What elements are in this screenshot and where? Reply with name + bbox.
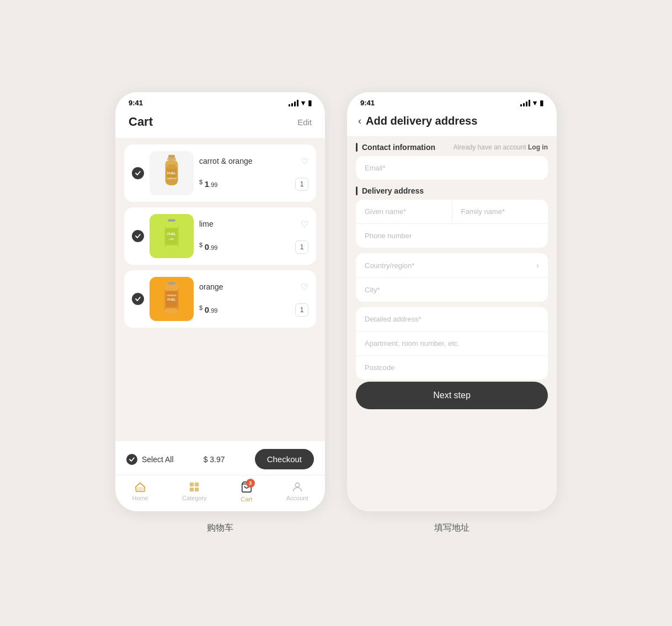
postcode-field[interactable]: Postcode <box>356 356 548 379</box>
country-field[interactable]: Country/region* › <box>356 253 548 278</box>
signal-icon <box>289 100 298 106</box>
contact-section-title: Contact information <box>362 143 435 152</box>
cart-item-orange: ORANGE FUEL orange ♡ $ 0.99 <box>124 270 316 328</box>
cart-footer: Select All $ 3.97 Checkout <box>115 441 325 475</box>
cart-phone: 9:41 ▾ ▮ Cart Edit <box>115 92 325 511</box>
contact-section-bar <box>356 143 358 152</box>
delivery-section: Delivery address Given name* Family name… <box>356 186 548 409</box>
svg-rect-0 <box>168 155 175 158</box>
addr-status-bar: 9:41 ▾ ▮ <box>347 92 557 109</box>
carrot-item-qty[interactable]: 1 <box>295 178 308 191</box>
lime-name-row: lime ♡ <box>199 219 308 229</box>
item-check-lime[interactable] <box>132 230 144 242</box>
email-field[interactable]: Email* <box>356 156 548 180</box>
nav-cart[interactable]: 3 Cart <box>241 481 253 502</box>
name-row: Given name* Family name* <box>356 200 548 224</box>
checkout-button[interactable]: Checkout <box>255 449 314 469</box>
contact-form-card: Email* <box>356 156 548 180</box>
svg-rect-13 <box>168 219 175 221</box>
edit-button[interactable]: Edit <box>297 117 312 127</box>
cart-badge: 3 <box>246 479 255 488</box>
addr-title: Add delivery address <box>366 115 477 127</box>
addr-signal-icon <box>520 100 530 106</box>
delivery-section-title: Delivery address <box>362 186 424 195</box>
svg-text:FUEL: FUEL <box>167 232 176 236</box>
svg-text:LIME: LIME <box>169 238 174 240</box>
city-field[interactable]: City* <box>356 278 548 302</box>
carrot-item-price: $ 1.99 <box>199 179 217 189</box>
orange-can-icon: ORANGE FUEL <box>158 280 185 318</box>
nav-category[interactable]: Category <box>182 481 207 502</box>
cart-item-carrot-orange: FUEL CARROT carrot & orange ♡ $ 1.99 <box>124 145 316 202</box>
cart-label: 购物车 <box>207 522 233 534</box>
svg-rect-1 <box>167 158 176 160</box>
addr-time: 9:41 <box>360 99 375 107</box>
cart-body: FUEL CARROT carrot & orange ♡ $ 1.99 <box>115 138 325 441</box>
svg-rect-21 <box>137 487 144 491</box>
select-all-check[interactable] <box>126 454 137 465</box>
svg-rect-8 <box>164 221 179 228</box>
detailed-address-card: Detailed address* Apartment, room number… <box>356 307 548 379</box>
carrot-item-info: carrot & orange ♡ $ 1.99 1 <box>199 156 308 191</box>
address-phone: 9:41 ▾ ▮ ‹ Add delivery address <box>347 92 557 511</box>
home-icon <box>134 481 146 493</box>
nav-category-label: Category <box>182 495 207 501</box>
address-label: 填写地址 <box>434 522 470 534</box>
select-all-area[interactable]: Select All <box>126 454 174 465</box>
addr-status-icons: ▾ ▮ <box>520 99 543 107</box>
lime-item-name: lime <box>199 220 214 228</box>
back-button[interactable]: ‹ <box>358 115 361 127</box>
lime-item-info: lime ♡ $ 0.99 1 <box>199 219 308 254</box>
addr-body: Contact information Already have an acco… <box>347 136 557 511</box>
lime-item-qty[interactable]: 1 <box>295 240 308 254</box>
carrot-name-row: carrot & orange ♡ <box>199 156 308 167</box>
svg-text:FUEL: FUEL <box>167 171 176 175</box>
contact-section: Contact information Already have an acco… <box>356 143 548 180</box>
carrot-price-row: $ 1.99 1 <box>199 178 308 191</box>
lime-can-icon: FUEL LIME <box>158 217 185 255</box>
orange-heart-button[interactable]: ♡ <box>301 282 308 292</box>
cart-phone-wrapper: 9:41 ▾ ▮ Cart Edit <box>115 92 325 534</box>
item-check-orange[interactable] <box>132 293 144 305</box>
contact-section-header: Contact information Already have an acco… <box>356 143 548 152</box>
svg-rect-16 <box>164 308 179 314</box>
svg-text:CARROT: CARROT <box>167 177 177 180</box>
phone-field[interactable]: Phone number <box>356 224 548 248</box>
cart-header: Cart Edit <box>115 109 325 138</box>
category-icon <box>188 481 200 493</box>
orange-item-qty[interactable]: 1 <box>295 303 308 317</box>
apartment-field[interactable]: Apartment, room number, etc. <box>356 331 548 356</box>
orange-price-row: $ 0.99 1 <box>199 303 308 317</box>
detailed-address-field[interactable]: Detailed address* <box>356 307 548 331</box>
cart-time: 9:41 <box>129 99 143 107</box>
wifi-icon: ▾ <box>301 99 305 107</box>
svg-rect-9 <box>164 245 179 251</box>
given-name-field[interactable]: Given name* <box>356 200 452 224</box>
carrot-bottle-icon: FUEL CARROT <box>158 154 185 192</box>
country-city-card: Country/region* › City* <box>356 253 548 302</box>
svg-rect-24 <box>190 488 194 491</box>
chevron-right-icon: › <box>536 261 539 270</box>
nav-home[interactable]: Home <box>132 481 148 502</box>
svg-point-27 <box>295 483 299 487</box>
orange-item-price: $ 0.99 <box>199 304 217 314</box>
carrot-heart-button[interactable]: ♡ <box>301 156 308 167</box>
lime-heart-button[interactable]: ♡ <box>301 219 308 229</box>
item-check-carrot[interactable] <box>132 167 144 179</box>
orange-item-info: orange ♡ $ 0.99 1 <box>199 282 308 317</box>
item-image-orange: ORANGE FUEL <box>150 277 194 321</box>
svg-text:FUEL: FUEL <box>167 298 176 301</box>
next-step-button[interactable]: Next step <box>356 382 548 409</box>
carrot-item-name: carrot & orange <box>199 157 253 165</box>
item-image-carrot: FUEL CARROT <box>150 151 194 195</box>
bottom-nav: Home Category 3 <box>115 475 325 511</box>
svg-rect-22 <box>190 483 194 486</box>
nav-account[interactable]: Account <box>286 481 308 502</box>
family-name-field[interactable]: Family name* <box>452 200 548 224</box>
lime-price-row: $ 0.99 1 <box>199 240 308 254</box>
orange-item-name: orange <box>199 282 223 291</box>
cart-title: Cart <box>129 115 153 129</box>
contact-section-hint: Already have an account Log in <box>454 143 548 151</box>
addr-wifi-icon: ▾ <box>533 99 537 107</box>
svg-rect-20 <box>168 282 175 284</box>
